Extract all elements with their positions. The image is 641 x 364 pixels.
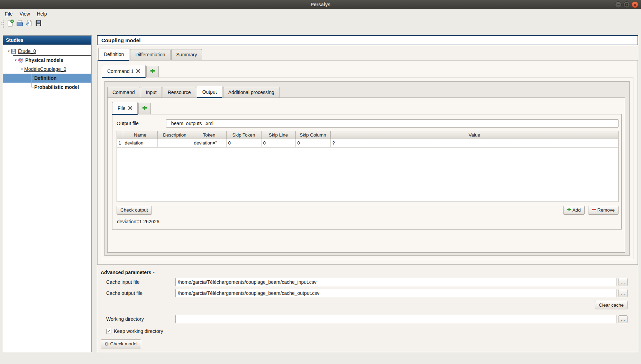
minus-icon: [592, 207, 596, 213]
advanced-parameters-label: Advanced parameters: [101, 270, 151, 275]
menu-view[interactable]: View: [16, 10, 34, 18]
output-file-row: Output file: [117, 119, 619, 128]
tab-ressource[interactable]: Ressource: [163, 87, 196, 98]
cell-description[interactable]: [157, 139, 192, 147]
check-model-button[interactable]: ⚙ Check model: [101, 339, 141, 348]
cache-output-label: Cache output file: [106, 290, 173, 296]
remove-row-button[interactable]: Remove: [588, 206, 619, 215]
close-button[interactable]: ×: [632, 1, 638, 8]
cell-skip-column[interactable]: 0: [295, 139, 330, 147]
tab-label: File: [118, 105, 126, 111]
command-subtabbar: Command Input Ressource Output Additiona…: [107, 86, 629, 98]
export-script-button[interactable]: [24, 19, 34, 28]
col-value[interactable]: Value: [330, 131, 618, 139]
tab-label: Input: [146, 90, 157, 95]
titlebar: Persalys ×: [0, 0, 641, 9]
tab-file[interactable]: File: [112, 102, 138, 115]
working-directory-browse-button[interactable]: ...: [619, 315, 628, 324]
minimize-icon: [617, 4, 620, 5]
cell-token[interactable]: deviation=": [192, 139, 226, 147]
window-controls: ×: [615, 0, 638, 9]
tab-command-1[interactable]: Command 1: [102, 65, 146, 78]
tab-input[interactable]: Input: [141, 87, 162, 98]
expand-arrow-icon[interactable]: ▼: [7, 50, 11, 53]
add-command-tab-button[interactable]: [146, 66, 159, 77]
col-description[interactable]: Description: [157, 131, 192, 139]
tab-label: Differentiation: [135, 52, 165, 58]
window-title: Persalys: [311, 2, 331, 7]
model-tabbar: Definition Differentiation Summary: [98, 48, 638, 60]
cell-value[interactable]: ?: [330, 139, 618, 147]
maximize-button[interactable]: [623, 1, 630, 8]
advanced-parameters-toggle[interactable]: Advanced parameters ▾: [101, 270, 638, 275]
working-directory-input[interactable]: [175, 315, 616, 323]
expand-arrow-icon[interactable]: ▼: [20, 68, 24, 71]
close-tab-icon[interactable]: [128, 105, 132, 111]
clear-cache-button[interactable]: Clear cache: [595, 301, 628, 310]
cache-output-file-input[interactable]: [175, 289, 616, 297]
tab-additional-processing[interactable]: Additional processing: [223, 87, 280, 98]
open-study-button[interactable]: [15, 19, 24, 28]
main-panel: Coupling model Definition Differentiatio…: [97, 35, 638, 352]
tab-label: Additional processing: [228, 90, 274, 95]
script-export-icon: [25, 19, 33, 28]
close-tab-icon[interactable]: [136, 68, 140, 74]
col-skip-column[interactable]: Skip Column: [295, 131, 330, 139]
tab-label: Summary: [176, 52, 197, 58]
cell-name[interactable]: deviation: [123, 139, 157, 147]
button-label: Check model: [110, 341, 138, 347]
gear-icon: ⚙: [104, 342, 109, 346]
toolbar-drag-handle[interactable]: [1, 20, 4, 28]
output-file-input[interactable]: [166, 119, 619, 128]
cache-output-row: Cache output file ...: [97, 289, 638, 297]
new-document-icon: [7, 19, 14, 28]
tab-differentiation[interactable]: Differentiation: [130, 49, 170, 60]
minimize-button[interactable]: [615, 1, 622, 8]
table-row[interactable]: 1 deviation deviation=" 0 0 0 ?: [117, 139, 618, 147]
tree-item-study[interactable]: ▼ Étude_0: [3, 47, 91, 56]
toolbar: [0, 18, 641, 29]
tab-label: Output: [202, 89, 217, 95]
cache-input-label: Cache input file: [106, 279, 173, 285]
working-directory-row: Working directory ...: [97, 315, 638, 323]
collapse-arrow-icon: ▾: [153, 270, 155, 274]
col-skip-token[interactable]: Skip Token: [226, 131, 261, 139]
keep-working-directory-row[interactable]: ✓ Keep working directory: [97, 328, 638, 334]
tab-definition[interactable]: Definition: [98, 48, 129, 61]
command-pane: Command Input Ressource Output Additiona…: [102, 77, 633, 259]
menu-help[interactable]: Help: [34, 10, 51, 18]
studies-header: Studies: [3, 36, 91, 45]
col-token[interactable]: Token: [192, 131, 226, 139]
expand-arrow-icon[interactable]: ▼: [13, 59, 18, 62]
clear-cache-row: Clear cache: [97, 301, 638, 310]
menu-file[interactable]: File: [1, 10, 16, 18]
col-skip-line[interactable]: Skip Line: [261, 131, 295, 139]
tab-label: Command 1: [107, 68, 134, 74]
check-output-result: deviation=1.262626: [117, 219, 619, 224]
ellipsis-icon: ...: [621, 279, 625, 285]
tree-item-definition[interactable]: Definition: [3, 74, 91, 83]
cache-output-browse-button[interactable]: ...: [619, 289, 628, 297]
cache-input-row: Cache input file ...: [97, 278, 638, 286]
tree-item-physical-models[interactable]: ▼ Physical models: [3, 56, 91, 65]
workspace: Studies ▼ Étude_0 ▼: [0, 29, 641, 364]
tab-command[interactable]: Command: [107, 87, 140, 98]
cache-input-browse-button[interactable]: ...: [619, 278, 628, 286]
tree-item-model-couplage[interactable]: ▼ ModèleCouplage_0: [3, 65, 91, 74]
new-study-button[interactable]: [6, 19, 15, 28]
check-output-button[interactable]: Check output: [117, 206, 152, 215]
add-file-tab-button[interactable]: [138, 103, 151, 114]
page-title: Coupling model: [97, 35, 638, 45]
col-name[interactable]: Name: [123, 131, 157, 139]
keep-working-directory-checkbox[interactable]: ✓: [106, 329, 111, 334]
cell-skip-line[interactable]: 0: [261, 139, 295, 147]
cache-input-file-input[interactable]: [175, 278, 616, 286]
add-row-button[interactable]: Add: [563, 206, 585, 215]
tree-branch-line: [29, 83, 34, 92]
tree-item-probabilistic-model[interactable]: Probabilistic model: [3, 83, 91, 92]
tab-summary[interactable]: Summary: [171, 49, 202, 60]
button-label: Check output: [120, 207, 148, 213]
cell-skip-token[interactable]: 0: [226, 139, 261, 147]
tab-output[interactable]: Output: [197, 86, 222, 99]
save-study-button[interactable]: [34, 19, 43, 28]
